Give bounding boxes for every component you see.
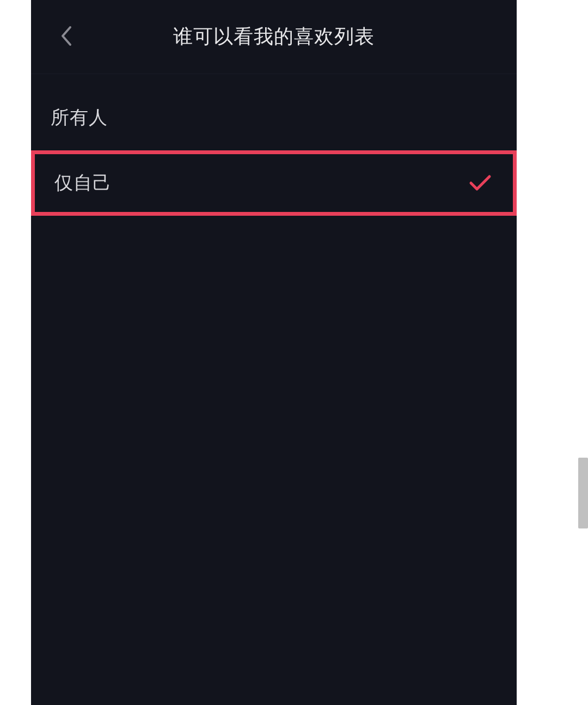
page-title: 谁可以看我的喜欢列表 (31, 23, 517, 50)
option-only-me[interactable]: 仅自己 (31, 150, 517, 216)
app-screen: 谁可以看我的喜欢列表 所有人 仅自己 (31, 0, 517, 705)
back-button[interactable] (53, 24, 79, 50)
chevron-left-icon (60, 26, 72, 48)
header-bar: 谁可以看我的喜欢列表 (31, 0, 517, 74)
option-label: 仅自己 (54, 171, 112, 196)
option-label: 所有人 (51, 105, 108, 130)
option-everyone[interactable]: 所有人 (31, 85, 517, 150)
options-list: 所有人 仅自己 (31, 74, 517, 216)
scrollbar-thumb[interactable] (578, 458, 588, 528)
check-icon (467, 170, 493, 196)
